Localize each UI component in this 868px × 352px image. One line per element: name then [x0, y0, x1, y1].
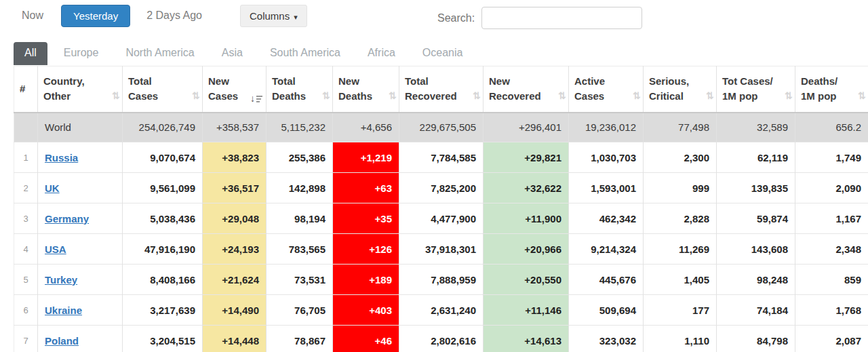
country-link[interactable]: Poland: [45, 335, 79, 347]
country-row-poland: 7Poland3,204,515+14,44878,867+462,802,61…: [14, 326, 868, 352]
cell-new_recovered: +29,821: [484, 142, 569, 173]
sort-both-icon: ⇅: [389, 88, 395, 103]
cell-country: Poland: [38, 326, 123, 352]
cell-country: Ukraine: [38, 295, 123, 326]
col-header-deaths_per_1m[interactable]: Deaths/1M pop⇅: [795, 66, 868, 113]
columns-dropdown-button[interactable]: Columns▾: [240, 5, 307, 27]
tab-south-america[interactable]: South America: [270, 42, 340, 65]
cell-total_deaths: 5,115,232: [267, 113, 333, 142]
col-header-serious_critical[interactable]: Serious,Critical⇅: [644, 66, 717, 113]
header-line2: Deaths: [338, 89, 393, 104]
cell-new_deaths: +126: [333, 234, 399, 265]
header-line1: Serious,: [649, 74, 711, 89]
cell-new_deaths: +35: [333, 203, 399, 234]
cell-cases_per_1m: 139,835: [717, 173, 795, 203]
cell-total_recovered: 229,675,505: [399, 113, 484, 142]
country-row-russia: 1Russia9,070,674+38,823255,386+1,2197,78…: [14, 142, 868, 173]
cell-active_cases: 19,236,012: [569, 113, 644, 142]
cell-new_recovered: +14,613: [484, 326, 569, 352]
yesterday-tab[interactable]: Yesterday: [61, 5, 130, 27]
sort-both-icon: ⇅: [706, 88, 713, 103]
cell-new_cases: +38,823: [203, 142, 267, 173]
cell-rank: 3: [14, 203, 38, 234]
cell-serious_critical: 999: [644, 173, 717, 203]
cell-total_cases: 3,204,515: [123, 326, 203, 352]
continent-tabs: AllEuropeNorth AmericaAsiaSouth AmericaA…: [14, 42, 868, 65]
cell-total_cases: 8,408,166: [123, 265, 203, 295]
tab-oceania[interactable]: Oceania: [422, 42, 463, 65]
cell-rank: [14, 113, 38, 142]
cell-total_cases: 5,038,436: [123, 203, 203, 234]
caret-down-icon: ▾: [294, 13, 298, 22]
country-link[interactable]: Turkey: [45, 274, 77, 286]
cell-cases_per_1m: 74,184: [717, 295, 795, 326]
col-header-total_deaths[interactable]: TotalDeaths⇅: [267, 66, 333, 113]
now-tab[interactable]: Now: [22, 9, 43, 22]
search-label: Search:: [437, 12, 475, 24]
col-header-country[interactable]: Country,Other⇅: [38, 66, 123, 113]
cell-new_deaths: +46: [333, 326, 399, 352]
search-input[interactable]: [481, 7, 642, 29]
country-link[interactable]: Russia: [45, 152, 78, 163]
cell-total_deaths: 98,194: [267, 203, 333, 234]
cell-new_recovered: +20,550: [484, 265, 569, 295]
header-line1: Country,: [43, 74, 117, 89]
col-header-total_recovered[interactable]: TotalRecovered⇅: [399, 66, 484, 113]
cell-rank: 6: [14, 295, 38, 326]
cell-total_deaths: 255,386: [267, 142, 333, 173]
country-link[interactable]: UK: [45, 182, 60, 194]
sort-both-icon: ⇅: [785, 88, 791, 103]
header-line2: Cases: [574, 89, 637, 104]
country-link[interactable]: USA: [45, 243, 66, 255]
header-line1: Deaths/: [801, 74, 863, 89]
country-link[interactable]: Germany: [45, 213, 89, 224]
cell-rank: 5: [14, 265, 38, 295]
sort-both-icon: ⇅: [192, 88, 199, 103]
cell-new_deaths: +4,656: [333, 113, 399, 142]
tab-europe[interactable]: Europe: [64, 42, 99, 65]
header-line1: Total: [128, 74, 197, 89]
cell-serious_critical: 11,269: [644, 234, 717, 265]
cell-total_cases: 254,026,749: [123, 113, 203, 142]
cell-total_cases: 3,217,639: [123, 295, 203, 326]
cell-cases_per_1m: 59,874: [717, 203, 795, 234]
world-row: World254,026,749+358,5375,115,232+4,6562…: [14, 113, 868, 142]
sort-both-icon: ⇅: [473, 88, 479, 103]
sort-both-icon: ⇅: [322, 88, 329, 103]
col-header-new_deaths[interactable]: NewDeaths⇅: [333, 66, 399, 113]
cell-deaths_per_1m: 1,749: [795, 142, 868, 173]
header-line2: #: [20, 81, 32, 96]
col-header-cases_per_1m[interactable]: Tot Cases/1M pop⇅: [717, 66, 795, 113]
cell-total_recovered: 37,918,301: [399, 234, 484, 265]
tab-africa[interactable]: Africa: [368, 42, 395, 65]
cell-active_cases: 445,676: [569, 265, 644, 295]
col-header-total_cases[interactable]: TotalCases⇅: [123, 66, 203, 113]
header-line1: New: [338, 74, 393, 89]
cell-deaths_per_1m: 859: [795, 265, 868, 295]
cell-new_deaths: +1,219: [333, 142, 399, 173]
cell-country: World: [38, 113, 123, 142]
country-link[interactable]: Ukraine: [45, 305, 82, 316]
header-line1: New: [208, 74, 260, 89]
cell-active_cases: 9,214,324: [569, 234, 644, 265]
cell-country: Germany: [38, 203, 123, 234]
country-row-usa: 4USA47,916,190+24,193783,565+12637,918,3…: [14, 234, 868, 265]
cell-new_recovered: +11,900: [484, 203, 569, 234]
tab-asia[interactable]: Asia: [222, 42, 243, 65]
cell-total_recovered: 2,631,240: [399, 295, 484, 326]
col-header-new_cases[interactable]: NewCases↓: [203, 66, 267, 113]
header-line2: 1M pop: [722, 89, 789, 104]
cell-active_cases: 509,694: [569, 295, 644, 326]
tab-all[interactable]: All: [14, 42, 47, 65]
cell-cases_per_1m: 84,798: [717, 326, 795, 352]
two-days-ago-tab[interactable]: 2 Days Ago: [146, 9, 202, 22]
cell-total_deaths: 783,565: [267, 234, 333, 265]
table-header: #Country,Other⇅TotalCases⇅NewCases↓Total…: [14, 66, 868, 113]
cell-deaths_per_1m: 1,167: [795, 203, 868, 234]
cell-country: Russia: [38, 142, 123, 173]
tab-north-america[interactable]: North America: [125, 42, 194, 65]
col-header-new_recovered[interactable]: NewRecovered⇅: [484, 66, 569, 113]
header-line1: Tot Cases/: [722, 74, 789, 89]
col-header-active_cases[interactable]: ActiveCases⇅: [569, 66, 644, 113]
cell-serious_critical: 77,498: [644, 113, 717, 142]
